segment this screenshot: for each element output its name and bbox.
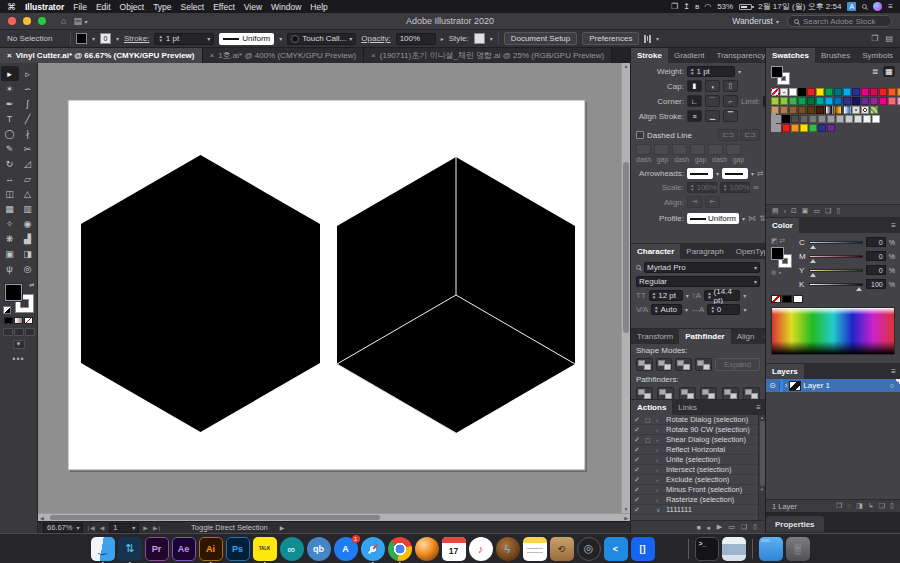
crop-button[interactable] bbox=[700, 387, 717, 400]
shaper-tool[interactable]: ✎ bbox=[1, 141, 19, 156]
action-check-icon[interactable]: ✓ bbox=[634, 426, 643, 434]
width-profile-dropdown[interactable]: Uniform bbox=[219, 33, 274, 45]
next-artboard-button[interactable]: ▶ bbox=[143, 524, 149, 531]
profile-caret[interactable]: ▾ bbox=[279, 35, 282, 42]
merge-button[interactable] bbox=[679, 387, 696, 400]
align-outside-icon[interactable]: ▔ bbox=[723, 110, 738, 122]
swatch[interactable] bbox=[861, 106, 869, 114]
slider-thumb[interactable] bbox=[856, 287, 862, 291]
prev-artboard-button[interactable]: ◀ bbox=[100, 524, 106, 531]
kakaotalk-dock-icon[interactable]: TALK bbox=[253, 537, 277, 561]
action-row[interactable]: ✓›Minus Front (selection) bbox=[631, 485, 765, 495]
qb-app-dock-icon[interactable]: qb bbox=[307, 537, 331, 561]
menu-object[interactable]: Object bbox=[120, 2, 145, 12]
cap-round-icon[interactable]: ◖ bbox=[705, 80, 720, 92]
stroke-color-swatch[interactable]: 0 bbox=[100, 33, 111, 44]
channel-value-k[interactable]: 100 bbox=[866, 279, 886, 289]
action-check-icon[interactable]: ✓ bbox=[634, 436, 643, 444]
trash-dock-icon[interactable]: ░ bbox=[786, 537, 810, 561]
tab-swatches[interactable]: Swatches bbox=[766, 48, 815, 63]
notes-dock-icon[interactable] bbox=[523, 537, 547, 561]
chrome-dock-icon[interactable] bbox=[388, 537, 412, 561]
finder-dock-icon[interactable]: ‿ bbox=[91, 537, 115, 561]
arrange-documents-icon[interactable]: ❐ bbox=[871, 34, 878, 43]
color-black-swatch[interactable] bbox=[782, 295, 792, 303]
ember-app-dock-icon[interactable] bbox=[415, 537, 439, 561]
action-row[interactable]: ✓›Rasterize (selection) bbox=[631, 495, 765, 505]
cap-butt-icon[interactable]: ▮ bbox=[687, 80, 702, 92]
swatch[interactable] bbox=[818, 115, 826, 123]
channel-value-m[interactable]: 0 bbox=[866, 251, 886, 261]
delete-action-icon[interactable]: ▯ bbox=[753, 523, 757, 531]
action-row[interactable]: ✓›Reflect Horizontal bbox=[631, 445, 765, 455]
tab-properties[interactable]: Properties bbox=[766, 516, 824, 532]
color-swap-icon[interactable]: ◩ ⇄ bbox=[771, 237, 785, 245]
eyedropper-tool[interactable]: ✧ bbox=[1, 216, 19, 231]
color-fill-stroke-indicator[interactable] bbox=[771, 247, 791, 267]
record-icon[interactable]: ● bbox=[707, 524, 711, 531]
swatch[interactable] bbox=[834, 106, 842, 114]
layer-thumbnail[interactable] bbox=[789, 381, 801, 391]
stroke-weight-field[interactable]: ▲▼1 pt bbox=[687, 66, 735, 77]
menu-effect[interactable]: Effect bbox=[213, 2, 235, 12]
flip-along-icon[interactable]: ⋈ bbox=[748, 214, 756, 223]
document-tab-2[interactable]: ×1호.ai* @ 400% (CMYK/GPU Preview) bbox=[203, 48, 365, 63]
color-themes-icon[interactable]: ▣ bbox=[802, 207, 809, 215]
swatch[interactable] bbox=[791, 124, 799, 132]
blend-tool[interactable]: ◉ bbox=[19, 216, 37, 231]
bolt-app-dock-icon[interactable]: ϟ bbox=[496, 537, 520, 561]
symbol-sprayer-tool[interactable]: ❋ bbox=[1, 231, 19, 246]
zoom-tool[interactable]: ◎ bbox=[19, 261, 37, 276]
new-set-icon[interactable]: ▭ bbox=[728, 523, 735, 531]
divide-button[interactable] bbox=[636, 387, 653, 400]
trim-button[interactable] bbox=[657, 387, 674, 400]
swatch[interactable] bbox=[863, 115, 871, 123]
layout-icon[interactable]: ▤ ▾ bbox=[73, 16, 87, 26]
new-sublayer-icon[interactable]: ↳ bbox=[868, 502, 874, 510]
opacity-label[interactable]: Opacity: bbox=[361, 34, 390, 43]
fill-stroke-indicator[interactable]: ⇄ bbox=[4, 283, 34, 313]
downloads-folder-dock-icon[interactable] bbox=[759, 537, 783, 561]
last-artboard-button[interactable]: ▶| bbox=[153, 524, 161, 531]
exclude-button[interactable] bbox=[695, 358, 712, 371]
weight-caret[interactable]: ▾ bbox=[738, 68, 741, 75]
action-check-icon[interactable]: ✓ bbox=[634, 456, 643, 464]
expand-button[interactable]: Expand bbox=[715, 358, 760, 371]
kerning-caret[interactable]: ▾ bbox=[685, 306, 688, 313]
zoom-button[interactable] bbox=[38, 17, 46, 25]
action-check-icon[interactable]: ✓ bbox=[634, 416, 643, 424]
tab-close-icon[interactable]: × bbox=[210, 51, 215, 60]
menu-edit[interactable]: Edit bbox=[96, 2, 111, 12]
corner-bevel-icon[interactable]: ⌐ bbox=[723, 95, 738, 107]
swatch[interactable] bbox=[825, 88, 833, 96]
swatch[interactable] bbox=[825, 106, 833, 114]
siri-icon[interactable] bbox=[873, 2, 882, 11]
swatch[interactable] bbox=[845, 115, 853, 123]
color-mode-button[interactable] bbox=[4, 317, 13, 324]
action-dialog-icon[interactable]: ▢ bbox=[645, 416, 654, 423]
make-mask-icon[interactable]: ◨ bbox=[856, 502, 863, 510]
document-tab-1[interactable]: ×Vinyl Cutter.ai* @ 66.67% (CMYK/GPU Pre… bbox=[0, 48, 203, 63]
swatch-registration[interactable]: + bbox=[780, 88, 788, 96]
swap-arrowheads-icon[interactable]: ⇄ bbox=[757, 169, 764, 178]
channel-slider-m[interactable] bbox=[809, 255, 863, 258]
swatch[interactable] bbox=[888, 88, 896, 96]
swatch[interactable] bbox=[807, 106, 815, 114]
screenshot-file-dock-icon[interactable] bbox=[722, 537, 746, 561]
align-inside-icon[interactable]: ▁ bbox=[705, 110, 720, 122]
dial-app-dock-icon[interactable]: ◎ bbox=[577, 537, 601, 561]
slider-thumb[interactable] bbox=[810, 259, 816, 263]
first-artboard-button[interactable]: |◀ bbox=[87, 524, 95, 531]
actions-scrollbar[interactable]: ▲▼ bbox=[758, 415, 765, 520]
swatch[interactable] bbox=[834, 97, 842, 105]
action-check-icon[interactable]: ✓ bbox=[634, 506, 643, 514]
arrowhead-scale-end[interactable]: ▲▼100% bbox=[720, 182, 750, 193]
arrowhead-start-caret[interactable]: ▾ bbox=[716, 170, 719, 177]
column-graph-tool[interactable]: ▟ bbox=[19, 231, 37, 246]
tab-symbols[interactable]: Symbols bbox=[856, 48, 899, 63]
opacity-caret[interactable]: ▸ bbox=[441, 35, 444, 42]
align-center-icon[interactable]: ≡ bbox=[687, 110, 702, 122]
new-swatch-icon[interactable]: ❏ bbox=[825, 207, 831, 215]
leading-field[interactable]: ▲▼(14.4 pt) bbox=[704, 290, 740, 301]
menu-select[interactable]: Select bbox=[181, 2, 205, 12]
